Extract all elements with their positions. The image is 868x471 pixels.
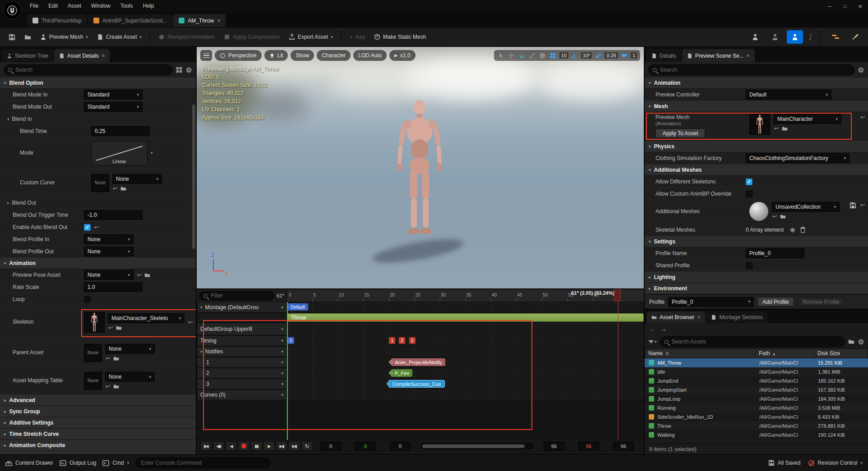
- tab-animbp-supersidescroller[interactable]: AnimBP_SuperSideScrol...: [88, 14, 172, 27]
- group-dropdown[interactable]: DefaultGroup UpperB: [197, 323, 287, 335]
- cmd-dropdown[interactable]: Cmd: [102, 460, 129, 466]
- use-selected-icon[interactable]: [774, 125, 778, 132]
- close-tab-icon[interactable]: [217, 18, 220, 24]
- custom-curve-thumbnail[interactable]: None: [91, 174, 109, 192]
- browse-to-asset-icon[interactable]: [144, 272, 150, 278]
- minimize-button[interactable]: [822, 0, 837, 12]
- asset-row[interactable]: AM_Throw/All/Game/MainCl15.291 KiB: [645, 358, 868, 367]
- lit-mode-dropdown[interactable]: Lit: [264, 50, 288, 61]
- preview-animation-button[interactable]: [787, 30, 803, 44]
- section-blend-option[interactable]: Blend Option: [0, 78, 196, 89]
- content-drawer-button[interactable]: Content Drawer: [5, 460, 53, 466]
- blend-mode-in-dropdown[interactable]: Standard: [84, 90, 143, 100]
- world-coordinate-icon[interactable]: [539, 51, 547, 59]
- search-box[interactable]: [648, 64, 854, 75]
- grid-snap-icon[interactable]: [549, 51, 557, 59]
- asset-row[interactable]: Walking/All/Game/MainCl190.124 KiB: [645, 430, 868, 439]
- apply-compression-button[interactable]: Apply Compression: [220, 31, 284, 43]
- preview-mesh-dropdown[interactable]: MainCharacter: [774, 114, 841, 124]
- section-additive-settings[interactable]: Additive Settings: [0, 417, 196, 429]
- play-reverse-button[interactable]: [226, 441, 237, 451]
- blend-curve-preview[interactable]: Linear: [91, 141, 148, 165]
- use-selected-icon[interactable]: [108, 325, 112, 331]
- asset-mapping-thumbnail[interactable]: None: [84, 372, 102, 390]
- enable-auto-blend-out-checkbox[interactable]: [84, 224, 91, 231]
- tab-preview-scene-settings[interactable]: Preview Scene Se...: [682, 49, 755, 62]
- column-path-header[interactable]: Path: [756, 349, 814, 358]
- search-assets-box[interactable]: [660, 336, 845, 347]
- view-start-value[interactable]: 0: [390, 442, 411, 451]
- use-selected-icon[interactable]: [112, 185, 117, 192]
- tab-thirdpersonmap[interactable]: ThirdPersonMap: [27, 14, 87, 27]
- section-time-stretch-curve[interactable]: Time Stretch Curve: [0, 429, 196, 440]
- asset-row[interactable]: Throw/All/Game/MainCl278.881 KiB: [645, 421, 868, 430]
- close-tab-icon[interactable]: [102, 53, 105, 59]
- console-command-box[interactable]: [135, 457, 271, 468]
- tab-skeleton-tree[interactable]: Skeleton Tree: [2, 49, 53, 62]
- asset-row[interactable]: Running/All/Game/MainCl3.538 MiB: [645, 403, 868, 412]
- notifies-dropdown[interactable]: Notifies: [197, 346, 287, 357]
- close-tab-icon[interactable]: [697, 314, 700, 320]
- filter-box[interactable]: [199, 291, 274, 301]
- select-tool-icon[interactable]: [497, 51, 505, 59]
- use-selected-icon[interactable]: [137, 272, 141, 278]
- menu-file[interactable]: File: [25, 1, 43, 11]
- jump-to-end-button[interactable]: [289, 441, 300, 451]
- section-physics[interactable]: Physics: [645, 141, 868, 152]
- default-slot-chip[interactable]: Default: [287, 303, 308, 311]
- gear-icon[interactable]: [185, 67, 192, 73]
- notify-track-2[interactable]: P_Fire: [287, 368, 644, 379]
- section-animation[interactable]: Animation: [645, 78, 868, 89]
- skeleton-thumbnail[interactable]: [84, 312, 105, 333]
- timing-dropdown[interactable]: Timing: [197, 335, 287, 346]
- montage-slot-dropdown[interactable]: Montage (DefaultGrou: [197, 302, 287, 313]
- play-forward-button[interactable]: [263, 441, 275, 451]
- timing-origin-marker[interactable]: 0: [287, 337, 294, 344]
- timing-marker-2[interactable]: 2: [399, 337, 405, 344]
- search-assets-input[interactable]: [672, 338, 840, 345]
- pause-button[interactable]: [251, 441, 262, 451]
- scale-snap-value[interactable]: 0.25: [605, 52, 618, 59]
- search-input[interactable]: [15, 67, 168, 73]
- preview-mesh-dropdown[interactable]: Preview Mesh: [36, 31, 92, 43]
- timeline-horizontal-scrollbar[interactable]: [421, 443, 533, 449]
- preview-mesh-thumbnail[interactable]: [749, 114, 770, 135]
- playhead-end-range[interactable]: [618, 302, 619, 440]
- character-dropdown[interactable]: Character: [317, 50, 351, 61]
- range-start-value[interactable]: 0: [320, 442, 341, 451]
- column-name-header[interactable]: Name: [645, 349, 756, 358]
- record-button[interactable]: [238, 441, 249, 451]
- scale-tool-icon[interactable]: [528, 51, 536, 59]
- segment-track[interactable]: Throw: [287, 313, 644, 323]
- current-frame-value[interactable]: 0: [355, 442, 376, 451]
- gear-icon[interactable]: [858, 338, 864, 345]
- tab-asset-details[interactable]: Asset Details: [54, 49, 110, 62]
- reset-to-default-icon[interactable]: [860, 114, 864, 138]
- parent-asset-dropdown[interactable]: None: [105, 344, 155, 354]
- parent-asset-thumbnail[interactable]: None: [84, 344, 102, 362]
- browse-to-asset-icon[interactable]: [120, 186, 126, 192]
- asset-row[interactable]: JumpingStart/All/Game/MainCl167.382 KiB: [645, 385, 868, 394]
- notify-track-2-dropdown[interactable]: 2: [197, 368, 287, 379]
- tab-montage-sections[interactable]: Montage Sections: [706, 311, 767, 323]
- section-lighting[interactable]: Lighting: [645, 272, 868, 283]
- camera-speed-icon[interactable]: [620, 51, 628, 59]
- menu-asset[interactable]: Asset: [63, 1, 86, 11]
- create-asset-dropdown[interactable]: Create Asset: [93, 31, 146, 43]
- view-end-value[interactable]: 66: [544, 442, 564, 451]
- browse-to-asset-icon[interactable]: [113, 384, 119, 389]
- asset-row[interactable]: JumpEnd/All/Game/MainCl185.162 KiB: [645, 376, 868, 385]
- throw-animation-segment[interactable]: Throw: [287, 313, 644, 322]
- output-log-button[interactable]: Output Log: [60, 460, 96, 466]
- blueprint-debug-icon-button[interactable]: [827, 30, 844, 44]
- close-button[interactable]: [853, 0, 868, 12]
- rotation-snap-icon[interactable]: [571, 51, 579, 59]
- asset-mapping-dropdown[interactable]: None: [105, 372, 155, 382]
- filter-dropdown[interactable]: [648, 340, 657, 344]
- group-blend-out[interactable]: Blend Out: [0, 197, 196, 209]
- anim-projectile-notify-chip[interactable]: Anim_ProjectileNotify: [391, 358, 445, 366]
- forward-arrow-icon[interactable]: [660, 326, 666, 333]
- vertical-scrollbar[interactable]: [192, 105, 195, 249]
- blend-mode-out-dropdown[interactable]: Standard: [84, 102, 143, 112]
- timeline-ruler[interactable]: 0 5 10 15 20 25 30 35 40 45 50 55 60 61*…: [287, 289, 644, 302]
